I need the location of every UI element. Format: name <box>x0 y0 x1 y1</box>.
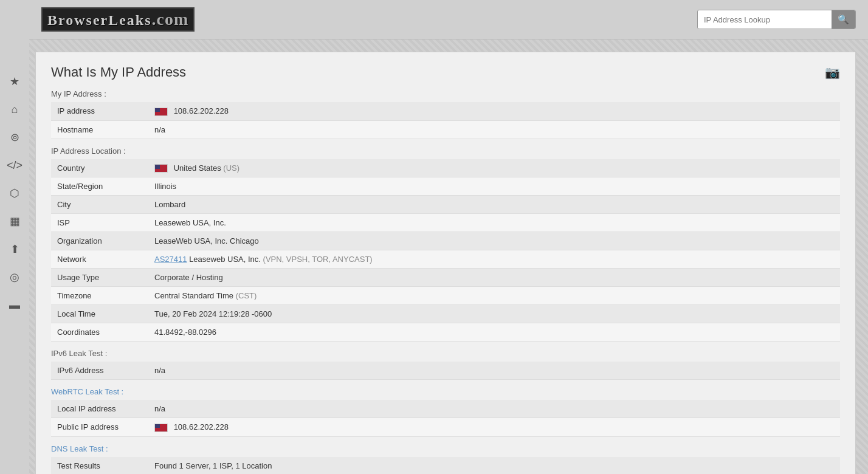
table-row: Timezone Central Standard Time (CST) <box>51 287 840 305</box>
usage-label: Usage Type <box>51 269 148 287</box>
dns-table: Test Results Found 1 Server, 1 ISP, 1 Lo… <box>51 457 840 474</box>
my-ip-section-header: My IP Address : <box>51 89 840 98</box>
country-label: Country <box>51 159 148 177</box>
sidebar-home-icon[interactable]: ⌂ <box>6 101 23 118</box>
isp-label: ISP <box>51 214 148 232</box>
table-row: Local Time Tue, 20 Feb 2024 12:19:28 -06… <box>51 305 840 323</box>
timezone-value: Central Standard Time (CST) <box>148 287 840 305</box>
sidebar-bar-icon[interactable]: ▬ <box>6 297 23 314</box>
topbar: BrowserLeaks.com 🔍 <box>29 0 868 40</box>
table-row: ISP Leaseweb USA, Inc. <box>51 214 840 232</box>
search-button[interactable]: 🔍 <box>832 10 855 29</box>
table-row: Local IP address n/a <box>51 400 840 418</box>
coordinates-label: Coordinates <box>51 323 148 342</box>
main-wrapper: BrowserLeaks.com 🔍 What Is My IP Address… <box>29 0 868 474</box>
table-row: Coordinates 41.8492,-88.0296 <box>51 323 840 342</box>
dns-section-header: DNS Leak Test : <box>51 444 840 453</box>
local-ip-label: Local IP address <box>51 400 148 418</box>
ip-address-value: 108.62.202.228 <box>148 102 840 120</box>
ipv6-label: IPv6 Address <box>51 362 148 380</box>
table-row: Public IP address 108.62.202.228 <box>51 418 840 437</box>
search-bar: 🔍 <box>697 10 856 29</box>
dns-results-label: Test Results <box>51 457 148 474</box>
city-label: City <box>51 196 148 214</box>
ip-address-label: IP address <box>51 102 148 120</box>
table-row: Country United States (US) <box>51 159 840 177</box>
isp-value: Leaseweb USA, Inc. <box>148 214 840 232</box>
local-ip-value: n/a <box>148 400 840 418</box>
sidebar-grid-icon[interactable]: ▦ <box>6 213 23 230</box>
hostname-label: Hostname <box>51 120 148 139</box>
network-label: Network <box>51 250 148 269</box>
search-input[interactable] <box>698 12 832 28</box>
table-row: State/Region Illinois <box>51 177 840 196</box>
state-label: State/Region <box>51 177 148 196</box>
dns-results-value: Found 1 Server, 1 ISP, 1 Location <box>148 457 840 474</box>
table-row: IP address 108.62.202.228 <box>51 102 840 120</box>
ipv6-table: IPv6 Address n/a <box>51 362 840 380</box>
table-row: City Lombard <box>51 196 840 214</box>
sidebar: ★ ⌂ ⊚ </> ⬡ ▦ ⬆ ◎ ▬ <box>0 0 29 474</box>
sidebar-puzzle-icon[interactable]: ⬡ <box>6 185 23 202</box>
table-row: Network AS27411 Leaseweb USA, Inc. (VPN,… <box>51 250 840 269</box>
table-row: IPv6 Address n/a <box>51 362 840 380</box>
camera-icon[interactable]: 📷 <box>825 65 840 80</box>
network-value: AS27411 Leaseweb USA, Inc. (VPN, VPSH, T… <box>148 250 840 269</box>
country-value: United States (US) <box>148 159 840 177</box>
public-ip-label: Public IP address <box>51 418 148 437</box>
webrtc-section-header: WebRTC Leak Test : <box>51 387 840 396</box>
public-ip-value: 108.62.202.228 <box>148 418 840 437</box>
logo: BrowserLeaks.com <box>41 7 195 32</box>
timezone-label: Timezone <box>51 287 148 305</box>
us-flag-icon <box>154 424 168 432</box>
us-flag-icon <box>154 108 168 116</box>
page-title: What Is My IP Address <box>51 64 186 80</box>
table-row: Organization LeaseWeb USA, Inc. Chicago <box>51 232 840 250</box>
ip-location-table: Country United States (US) State/Region … <box>51 159 840 342</box>
sidebar-code-icon[interactable]: </> <box>6 157 23 174</box>
hostname-value: n/a <box>148 120 840 139</box>
webrtc-table: Local IP address n/a Public IP address 1… <box>51 400 840 437</box>
state-value: Illinois <box>148 177 840 196</box>
sidebar-location-icon[interactable]: ◎ <box>6 269 23 286</box>
page-title-row: What Is My IP Address 📷 <box>51 64 840 80</box>
city-value: Lombard <box>148 196 840 214</box>
sidebar-upload-icon[interactable]: ⬆ <box>6 241 23 258</box>
coordinates-value: 41.8492,-88.0296 <box>148 323 840 342</box>
content-panel: What Is My IP Address 📷 My IP Address : … <box>35 52 856 474</box>
sidebar-star-icon[interactable]: ★ <box>6 73 23 90</box>
table-row: Hostname n/a <box>51 120 840 139</box>
ipv6-value: n/a <box>148 362 840 380</box>
network-link[interactable]: AS27411 <box>154 255 187 264</box>
usage-value: Corporate / Hosting <box>148 269 840 287</box>
local-time-value: Tue, 20 Feb 2024 12:19:28 -0600 <box>148 305 840 323</box>
table-row: Test Results Found 1 Server, 1 ISP, 1 Lo… <box>51 457 840 474</box>
org-label: Organization <box>51 232 148 250</box>
my-ip-table: IP address 108.62.202.228 Hostname n/a <box>51 102 840 139</box>
table-row: Usage Type Corporate / Hosting <box>51 269 840 287</box>
org-value: LeaseWeb USA, Inc. Chicago <box>148 232 840 250</box>
us-flag-icon <box>154 164 168 173</box>
local-time-label: Local Time <box>51 305 148 323</box>
ipv6-section-header: IPv6 Leak Test : <box>51 349 840 358</box>
ip-location-section-header: IP Address Location : <box>51 146 840 156</box>
sidebar-signal-icon[interactable]: ⊚ <box>6 129 23 146</box>
